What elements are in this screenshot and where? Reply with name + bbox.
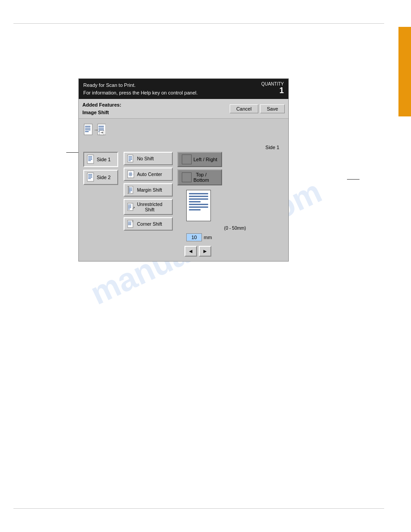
svg-rect-41	[128, 205, 131, 206]
svg-rect-2	[85, 128, 90, 129]
svg-rect-26	[128, 156, 132, 157]
corner-shift-button[interactable]: ┘ Corner Shift	[124, 217, 173, 231]
corner-shift-icon: ┘	[127, 220, 135, 228]
status-line1: Ready for Scan to Print.	[83, 82, 198, 89]
document-preview	[186, 190, 211, 221]
svg-rect-36	[129, 189, 132, 190]
save-button[interactable]: Save	[260, 104, 285, 113]
side2-label: Side 2	[97, 175, 111, 180]
svg-rect-38	[129, 192, 131, 193]
unrestricted-shift-icon: ↗	[127, 203, 135, 211]
top-rule	[13, 23, 384, 24]
doc-preview-lines	[187, 190, 210, 215]
svg-rect-22	[88, 176, 92, 176]
content-area: → Side 1	[79, 119, 288, 261]
doc-line-5	[189, 204, 208, 205]
no-shift-icon	[127, 154, 135, 163]
margin-shift-button[interactable]: Margin Shift	[124, 183, 173, 197]
margin-shift-label: Margin Shift	[137, 187, 162, 193]
header-buttons: Cancel Save	[230, 104, 285, 113]
unrestricted-shift-label: UnrestrictedShift	[137, 202, 163, 212]
svg-rect-43	[128, 207, 131, 208]
svg-rect-47	[128, 222, 131, 223]
margin-shift-icon	[127, 186, 135, 194]
doc-line-6	[189, 206, 208, 208]
status-bar: Ready for Scan to Print. For information…	[79, 79, 288, 99]
status-line2: For information, press the Help key on c…	[83, 89, 198, 97]
increment-button[interactable]: ►	[199, 246, 211, 257]
svg-rect-17	[88, 158, 92, 159]
svg-rect-37	[129, 190, 132, 191]
svg-rect-49	[128, 224, 131, 225]
svg-rect-16	[88, 156, 92, 157]
svg-rect-7	[98, 126, 104, 127]
svg-rect-44	[128, 209, 130, 210]
svg-rect-29	[128, 160, 131, 161]
side2-button[interactable]: Side 2	[83, 170, 118, 185]
main-content-wrapper: Side 1 Side 1	[83, 145, 284, 257]
copy-icon: →	[83, 123, 106, 139]
orange-tab	[398, 27, 411, 116]
left-right-button[interactable]: Left / Right	[177, 152, 222, 167]
cancel-button[interactable]: Cancel	[230, 104, 258, 113]
main-content: Side 1 Side 2	[83, 152, 284, 257]
svg-rect-18	[88, 159, 92, 160]
doc-line-2	[189, 196, 208, 197]
arrow-buttons: ◄ ►	[184, 246, 284, 257]
svg-text:↗: ↗	[132, 206, 135, 210]
svg-rect-8	[98, 128, 104, 129]
mm-label: mm	[204, 235, 212, 240]
auto-center-label: Auto Center	[137, 172, 162, 177]
header-bar: Added Features: Image Shift Cancel Save	[79, 99, 288, 119]
top-bottom-swatch	[182, 172, 192, 182]
svg-text:┘: ┘	[131, 220, 134, 223]
direction-buttons: Left / Right Top /Bottom	[177, 152, 284, 185]
svg-rect-35	[129, 188, 132, 189]
right-column: Left / Right Top /Bottom	[177, 152, 284, 257]
svg-rect-9	[98, 129, 104, 130]
svg-rect-3	[85, 129, 90, 130]
doc-line-4	[189, 201, 201, 202]
header-title: Added Features: Image Shift	[82, 101, 121, 116]
side1-button[interactable]: Side 1	[83, 152, 118, 167]
svg-rect-33	[129, 172, 132, 176]
svg-rect-34	[128, 186, 133, 193]
range-label: (0 - 50mm)	[186, 226, 284, 231]
no-shift-label: No Shift	[137, 156, 154, 161]
status-text: Ready for Scan to Print. For information…	[83, 82, 198, 96]
top-bottom-button[interactable]: Top /Bottom	[177, 169, 222, 185]
svg-rect-1	[85, 126, 90, 127]
header-title-line1: Added Features:	[82, 101, 121, 109]
svg-rect-48	[128, 223, 131, 224]
right-arrow-icon: ►	[202, 248, 208, 254]
doc-line-3	[189, 198, 208, 200]
value-row: mm	[186, 233, 284, 241]
auto-center-button[interactable]: Auto Center	[124, 167, 173, 181]
left-arrow-icon: ◄	[188, 248, 193, 254]
corner-shift-label: Corner Shift	[137, 221, 162, 227]
decrement-button[interactable]: ◄	[184, 246, 197, 257]
side1-icon	[87, 154, 95, 164]
callout-line-left	[66, 152, 80, 153]
icon-row: →	[83, 123, 284, 139]
unrestricted-shift-button[interactable]: ↗ UnrestrictedShift	[124, 199, 173, 215]
svg-rect-19	[88, 160, 91, 161]
svg-rect-23	[88, 177, 92, 178]
svg-rect-28	[128, 159, 132, 160]
callout-line-right	[347, 179, 360, 180]
svg-rect-42	[128, 206, 131, 207]
side1-label: Side 1	[97, 157, 111, 162]
svg-rect-25	[128, 155, 133, 162]
doc-line-7	[189, 209, 201, 210]
shift-options: No Shift Auto Center	[124, 152, 173, 257]
side2-icon	[87, 172, 95, 182]
top-bottom-label: Top /Bottom	[193, 172, 209, 183]
doc-line-1	[189, 193, 208, 194]
no-shift-button[interactable]: No Shift	[124, 152, 173, 165]
header-title-line2: Image Shift	[82, 109, 121, 116]
svg-rect-24	[88, 178, 91, 179]
value-input[interactable]	[186, 233, 202, 241]
bottom-rule	[13, 508, 384, 509]
side-buttons: Side 1 Side 2	[83, 152, 119, 257]
svg-rect-27	[128, 158, 132, 159]
